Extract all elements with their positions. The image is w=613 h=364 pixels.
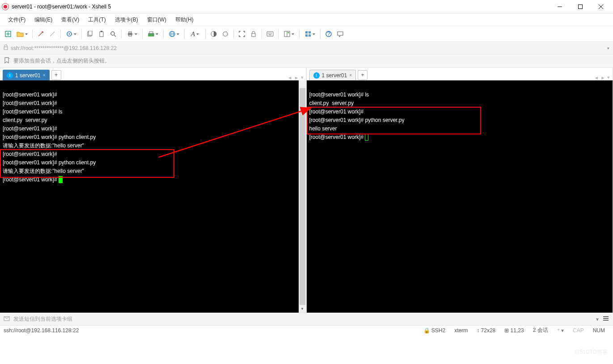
tab-label: 1 server01 [15, 72, 41, 79]
svg-rect-10 [89, 31, 92, 35]
left-pane: ! 1 server01 × + ◄ ► ▾ [root@server01 wo… [0, 68, 307, 313]
tab-close-icon[interactable]: × [349, 73, 352, 78]
tab-server01-right[interactable]: ! 1 server01 × [309, 70, 356, 80]
tab-prev-icon[interactable]: ◄ [594, 75, 599, 80]
reconnect-icon[interactable] [35, 29, 46, 39]
input-bar[interactable]: 发送短信到当前选项卡组 ▾ [0, 313, 613, 325]
separator [121, 29, 122, 38]
status-sessions: 2 会话 [528, 326, 553, 334]
right-pane: ! 1 server01 × + ◄ ► ▾ [root@server01 wo… [307, 68, 613, 313]
open-session-icon[interactable] [14, 29, 30, 39]
lock-icon[interactable] [248, 29, 259, 39]
globe-icon[interactable] [166, 29, 182, 39]
tab-list-icon[interactable]: ▾ [607, 75, 610, 80]
status-size: ↕ 72x28 [472, 327, 500, 334]
tab-nav: ◄ ► ▾ [287, 75, 304, 80]
menu-view[interactable]: 查看(V) [58, 14, 83, 25]
close-button[interactable] [591, 0, 611, 13]
separator [32, 29, 33, 38]
xftp-icon[interactable] [145, 29, 161, 39]
tab-server01-left[interactable]: ! 1 server01 × [3, 70, 50, 80]
tab-next-icon[interactable]: ► [294, 75, 299, 80]
svg-rect-18 [148, 33, 154, 36]
scroll-thumb[interactable] [300, 88, 305, 305]
status-cap: CAP [568, 327, 588, 334]
tile-icon[interactable] [302, 29, 317, 39]
separator [299, 29, 300, 38]
font-icon[interactable]: A [187, 29, 203, 39]
address-dropdown-icon[interactable]: ▾ [607, 46, 609, 50]
tab-prev-icon[interactable]: ◄ [287, 75, 292, 80]
color-scheme-icon[interactable] [208, 29, 219, 39]
tab-label: 1 server01 [322, 72, 347, 79]
toolbar: A ? [0, 26, 613, 42]
copy-icon[interactable] [85, 29, 95, 39]
menu-bar: 文件(F) 编辑(E) 查看(V) 工具(T) 选项卡(B) 窗口(W) 帮助(… [0, 13, 613, 26]
input-dropdown-icon[interactable]: ▾ [596, 316, 599, 322]
maximize-button[interactable] [570, 0, 591, 13]
print-icon[interactable] [124, 29, 140, 39]
menu-file[interactable]: 文件(F) [4, 14, 29, 25]
menu-window[interactable]: 窗口(W) [144, 14, 170, 25]
status-num: NUM [588, 327, 609, 334]
separator [81, 29, 82, 38]
find-icon[interactable] [108, 29, 118, 39]
terminal-right[interactable]: [root@server01 work]# ls client.py serve… [307, 80, 613, 313]
menu-help[interactable]: 帮助(H) [172, 14, 197, 25]
svg-rect-25 [252, 33, 255, 37]
svg-rect-34 [309, 31, 311, 33]
tab-add-button[interactable]: + [358, 70, 368, 80]
split-panes: ! 1 server01 × + ◄ ► ▾ [root@server01 wo… [0, 68, 613, 313]
status-position: ⊞ 11,23 [500, 327, 528, 334]
menu-tools[interactable]: 工具(T) [85, 14, 109, 25]
highlight-icon[interactable] [220, 29, 231, 39]
tab-nav: ◄ ► ▾ [594, 75, 610, 80]
feedback-icon[interactable] [335, 29, 346, 39]
menu-edit[interactable]: 编辑(E) [31, 14, 56, 25]
separator [262, 29, 262, 38]
svg-rect-36 [309, 34, 311, 37]
svg-rect-39 [4, 47, 8, 50]
cursor [365, 134, 368, 141]
keyboard-icon[interactable] [265, 29, 275, 39]
svg-rect-19 [149, 32, 153, 33]
session-hint-text: 要添加当前会话，点击左侧的箭头按钮。 [13, 57, 110, 65]
tab-next-icon[interactable]: ► [600, 75, 605, 80]
menu-tab[interactable]: 选项卡(B) [111, 14, 142, 25]
hamburger-icon[interactable] [602, 315, 609, 323]
scrollbar-left[interactable]: ▲ ▼ [299, 80, 306, 313]
svg-point-24 [223, 32, 228, 36]
new-session-icon[interactable] [3, 29, 13, 39]
svg-rect-17 [129, 35, 131, 36]
svg-rect-1 [579, 4, 583, 8]
status-bar: ssh://root@192.168.116.128:22 🔒 SSH2 xte… [0, 325, 613, 335]
terminal-left[interactable]: [root@server01 work]# [root@server01 wor… [0, 80, 306, 313]
status-protocol: 🔒 SSH2 [419, 327, 450, 334]
app-icon [2, 3, 9, 10]
paste-icon[interactable] [96, 29, 107, 39]
layout-icon[interactable] [281, 29, 296, 39]
session-hint-bar: 要添加当前会话，点击左侧的箭头按钮。 [0, 54, 613, 68]
lock-small-icon [4, 45, 8, 51]
bookmark-icon[interactable] [4, 57, 10, 65]
separator [233, 29, 234, 38]
tab-add-button[interactable]: + [51, 70, 61, 80]
status-term: xterm [450, 327, 472, 334]
separator [205, 29, 206, 38]
separator [278, 29, 279, 38]
svg-rect-11 [100, 32, 103, 37]
tab-list-icon[interactable]: ▾ [301, 75, 304, 80]
properties-icon[interactable] [63, 29, 79, 39]
minimize-button[interactable] [550, 0, 570, 13]
svg-text:?: ? [327, 31, 330, 37]
compose-icon[interactable] [4, 315, 10, 323]
help-icon[interactable]: ? [323, 29, 334, 39]
tab-close-icon[interactable]: × [43, 73, 46, 78]
status-more-icon[interactable]: ⁺ ▾ [553, 327, 568, 334]
svg-rect-33 [305, 31, 308, 33]
separator [60, 29, 61, 38]
address-bar[interactable]: ssh://root:**************@192.168.116.12… [0, 42, 613, 54]
disconnect-icon[interactable] [47, 29, 58, 39]
fullscreen-icon[interactable] [237, 29, 247, 39]
scroll-down-icon[interactable]: ▼ [299, 305, 306, 313]
